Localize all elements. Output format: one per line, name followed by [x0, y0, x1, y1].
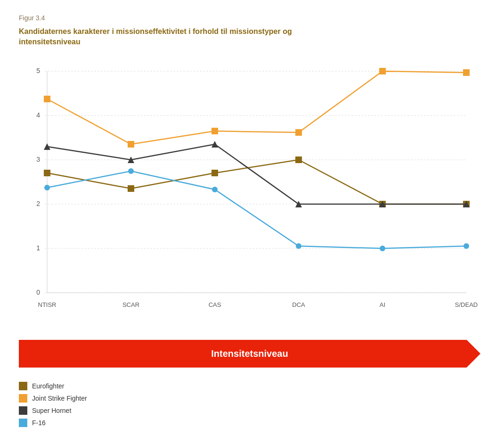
svg-point-40 [212, 187, 218, 192]
svg-text:0: 0 [36, 288, 40, 296]
svg-text:5: 5 [36, 67, 40, 74]
svg-rect-20 [44, 170, 50, 176]
svg-text:DCA: DCA [292, 301, 305, 308]
f16-label: F-16 [32, 419, 46, 427]
chart-area: 0 1 2 3 4 5 NTISR SCAR CAS DCA AI S/DEAD [19, 62, 480, 326]
svg-text:NTISR: NTISR [38, 301, 57, 308]
svg-rect-31 [463, 69, 470, 76]
legend: Eurofighter Joint Strike Fighter Super H… [19, 382, 485, 427]
svg-text:3: 3 [36, 156, 40, 163]
svg-rect-28 [211, 128, 218, 134]
svg-rect-27 [128, 141, 134, 148]
svg-text:SCAR: SCAR [122, 301, 139, 308]
svg-rect-30 [379, 68, 386, 74]
f16-color-swatch [19, 419, 27, 427]
intensity-banner: Intensitetsniveau [19, 340, 480, 368]
svg-rect-21 [128, 185, 134, 192]
svg-text:CAS: CAS [209, 301, 221, 308]
jsf-label: Joint Strike Fighter [32, 395, 87, 402]
legend-item-f16: F-16 [19, 419, 485, 427]
legend-item-eurofighter: Eurofighter [19, 382, 485, 390]
svg-rect-22 [211, 170, 218, 176]
jsf-color-swatch [19, 394, 27, 403]
figure-title: Kandidaternes karakterer i missionseffek… [19, 26, 349, 48]
superhornet-label: Super Hornet [32, 407, 71, 414]
svg-rect-29 [295, 129, 302, 136]
legend-item-superhornet: Super Hornet [19, 406, 485, 415]
svg-text:S/DEAD: S/DEAD [455, 301, 478, 308]
svg-rect-26 [44, 96, 50, 102]
svg-point-43 [463, 243, 469, 249]
svg-rect-23 [295, 156, 302, 163]
superhornet-color-swatch [19, 406, 27, 415]
eurofighter-color-swatch [19, 382, 27, 390]
svg-point-39 [128, 168, 134, 174]
svg-text:2: 2 [36, 200, 40, 207]
svg-text:4: 4 [36, 111, 40, 119]
svg-point-41 [296, 243, 301, 249]
svg-point-42 [380, 246, 385, 251]
svg-text:AI: AI [380, 301, 385, 308]
eurofighter-label: Eurofighter [32, 382, 64, 390]
chart-svg: 0 1 2 3 4 5 NTISR SCAR CAS DCA AI S/DEAD [19, 62, 480, 326]
legend-item-jsf: Joint Strike Fighter [19, 394, 485, 403]
svg-point-38 [44, 185, 50, 190]
intensity-banner-label: Intensitetsniveau [211, 348, 288, 359]
figure-label: Figur 3.4 [19, 14, 485, 22]
svg-text:1: 1 [36, 244, 40, 252]
